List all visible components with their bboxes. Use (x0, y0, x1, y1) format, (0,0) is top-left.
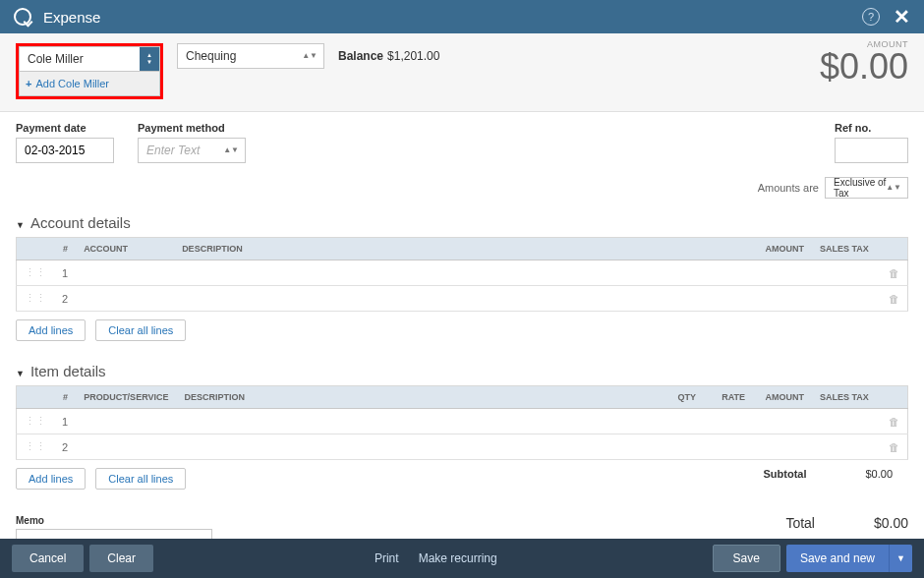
save-dropdown-button[interactable]: ▼ (889, 545, 912, 572)
account-details-table: # ACCOUNT DESCRIPTION AMOUNT SALES TAX ⋮… (16, 237, 908, 312)
col-account: ACCOUNT (76, 238, 174, 260)
clear-all-lines-button[interactable]: Clear all lines (95, 319, 186, 341)
add-lines-button[interactable]: Add lines (16, 319, 86, 341)
add-lines-button[interactable]: Add lines (16, 468, 86, 490)
col-rate: RATE (704, 386, 753, 409)
save-and-new-button[interactable]: Save and new (786, 545, 889, 572)
item-details-table: # PRODUCT/SERVICE DESCRIPTION QTY RATE A… (16, 385, 908, 460)
account-value: Chequing (186, 49, 236, 63)
trash-icon[interactable]: 🗑 (881, 409, 908, 434)
payee-add-label: Add Cole Miller (35, 78, 109, 89)
chevron-updown-icon: ▲▼ (223, 147, 239, 153)
table-row[interactable]: ⋮⋮2🗑 (17, 286, 908, 312)
payment-method-placeholder: Enter Text (146, 144, 200, 157)
payee-value: Cole Miller (20, 52, 140, 66)
payment-date-input[interactable] (16, 138, 114, 163)
payment-date-label: Payment date (16, 122, 114, 134)
plus-icon: + (26, 78, 31, 89)
payment-method-label: Payment method (138, 122, 246, 134)
drag-handle-icon[interactable]: ⋮⋮ (17, 409, 55, 434)
payee-combobox: Cole Miller + Add Cole Miller (16, 43, 163, 99)
trash-icon[interactable]: 🗑 (881, 260, 908, 286)
chevron-updown-icon[interactable] (140, 47, 159, 71)
item-details-heading[interactable]: Item details (0, 349, 924, 385)
subtotal-value: $0.00 (865, 468, 893, 490)
col-amount: AMOUNT (753, 386, 812, 409)
print-button[interactable]: Print (375, 551, 399, 565)
help-icon[interactable]: ? (862, 8, 880, 26)
total-label: Total (785, 515, 815, 531)
trash-icon[interactable]: 🗑 (881, 286, 908, 312)
clear-button[interactable]: Clear (89, 545, 153, 572)
fields-row: Payment date Payment method Enter Text ▲… (0, 112, 924, 163)
amount-display: AMOUNT $0.00 (820, 39, 908, 85)
make-recurring-button[interactable]: Make recurring (419, 551, 497, 565)
payee-add-option[interactable]: + Add Cole Miller (19, 72, 160, 96)
drag-handle-icon[interactable]: ⋮⋮ (17, 286, 55, 312)
col-qty: QTY (664, 386, 704, 409)
col-amount: AMOUNT (753, 238, 812, 260)
history-icon[interactable] (14, 8, 31, 26)
cancel-button[interactable]: Cancel (12, 545, 84, 572)
balance-display: Balance $1,201.00 (338, 43, 439, 69)
tax-row: Amounts are Exclusive of Tax ▲▼ (0, 163, 924, 201)
trash-icon[interactable]: 🗑 (881, 434, 908, 460)
top-section: Cole Miller + Add Cole Miller Chequing ▲… (0, 33, 924, 112)
header-bar: Expense ? ✕ (0, 0, 924, 33)
col-salestax: SALES TAX (812, 386, 881, 409)
page-title: Expense (43, 9, 862, 26)
account-details-heading[interactable]: Account details (0, 201, 924, 237)
table-row[interactable]: ⋮⋮2🗑 (17, 434, 908, 460)
save-button[interactable]: Save (713, 545, 780, 572)
amount-value: $0.00 (820, 49, 908, 85)
col-idx: # (54, 238, 76, 260)
payee-select[interactable]: Cole Miller (19, 46, 160, 72)
col-description: DESCRIPTION (174, 238, 753, 260)
table-row[interactable]: ⋮⋮1🗑 (17, 260, 908, 286)
tax-select[interactable]: Exclusive of Tax ▲▼ (825, 177, 908, 199)
balance-label: Balance (338, 49, 383, 63)
col-description: DESCRIPTION (176, 386, 664, 409)
close-icon[interactable]: ✕ (894, 5, 910, 29)
tax-label: Amounts are (758, 182, 819, 194)
drag-handle-icon[interactable]: ⋮⋮ (17, 434, 55, 460)
col-product: PRODUCT/SERVICE (76, 386, 176, 409)
payment-method-select[interactable]: Enter Text ▲▼ (138, 138, 246, 163)
memo-label: Memo (16, 515, 908, 526)
clear-all-lines-button[interactable]: Clear all lines (95, 468, 186, 490)
total-row: Total $0.00 (785, 515, 908, 531)
col-idx: # (54, 386, 76, 409)
drag-handle-icon[interactable]: ⋮⋮ (17, 260, 55, 286)
col-salestax: SALES TAX (812, 238, 881, 260)
total-value: $0.00 (874, 515, 908, 531)
subtotal-label: Subtotal (763, 468, 806, 490)
account-from-select[interactable]: Chequing ▲▼ (177, 43, 324, 69)
refno-input[interactable] (835, 138, 908, 163)
table-row[interactable]: ⋮⋮1🗑 (17, 409, 908, 434)
footer-bar: Cancel Clear Print Make recurring Save S… (0, 539, 924, 578)
chevron-updown-icon: ▲▼ (302, 53, 318, 59)
balance-value: $1,201.00 (387, 49, 439, 63)
subtotal-row: Subtotal $0.00 (747, 468, 908, 490)
chevron-updown-icon: ▲▼ (886, 185, 901, 191)
refno-label: Ref no. (835, 122, 908, 134)
